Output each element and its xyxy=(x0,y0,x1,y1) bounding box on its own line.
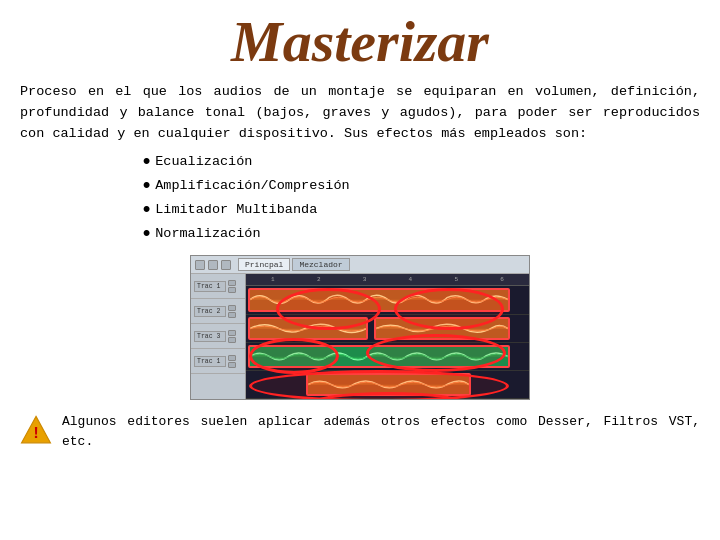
page-title: Masterizar xyxy=(20,10,700,74)
daw-ctrl-btn xyxy=(208,260,218,270)
track-mini-ctrl xyxy=(228,280,236,293)
screenshot-area: Princpal Mezclador Trac 1 Tra xyxy=(20,255,700,400)
mini-btn xyxy=(228,287,236,293)
track-label-2: Trac 2 xyxy=(191,299,245,324)
bullet-text: Normalización xyxy=(155,223,260,245)
daw-topbar: Princpal Mezclador xyxy=(191,256,529,274)
bullet-text: Limitador Multibanda xyxy=(155,199,317,221)
bullet-text: Amplificación/Compresión xyxy=(155,175,349,197)
daw-waveform-area: 1 2 3 4 5 6 xyxy=(246,274,529,399)
waveform-svg-2a xyxy=(250,319,366,338)
list-item: • Limitador Multibanda xyxy=(140,199,700,223)
list-item: • Amplificación/Compresión xyxy=(140,175,700,199)
waveform-tracks xyxy=(246,286,529,399)
bullet-text: Ecualización xyxy=(155,151,252,173)
waveform-track-3 xyxy=(246,343,529,371)
page-container: Masterizar Proceso en el que los audios … xyxy=(0,0,720,540)
daw-screenshot: Princpal Mezclador Trac 1 Tra xyxy=(190,255,530,400)
description-text: Proceso en el que los audios de un monta… xyxy=(20,82,700,145)
track-name-3: Trac 3 xyxy=(194,331,226,342)
track-label-3: Trac 3 xyxy=(191,324,245,349)
waveform-block-4 xyxy=(306,373,471,396)
warning-text: Algunos editores suelen aplicar además o… xyxy=(62,412,700,451)
mini-btn xyxy=(228,362,236,368)
mini-btn xyxy=(228,337,236,343)
list-item: • Ecualización xyxy=(140,151,700,175)
mini-btn xyxy=(228,330,236,336)
track-name-1: Trac 1 xyxy=(194,281,226,292)
waveform-svg-2b xyxy=(376,319,508,338)
daw-tab-principal: Princpal xyxy=(238,258,290,271)
daw-ctrl-btn xyxy=(221,260,231,270)
warning-icon: ! xyxy=(20,414,52,446)
mini-btn xyxy=(228,280,236,286)
waveform-svg-3 xyxy=(250,347,508,366)
track-label-1: Trac 1 xyxy=(191,274,245,299)
ruler-mark: 4 xyxy=(387,276,433,283)
track-mini-ctrl xyxy=(228,305,236,318)
svg-text:!: ! xyxy=(31,425,41,443)
bullet-dot: • xyxy=(140,223,153,247)
ruler-mark: 3 xyxy=(342,276,388,283)
warning-area: ! Algunos editores suelen aplicar además… xyxy=(20,408,700,451)
waveform-track-1 xyxy=(246,286,529,314)
waveform-svg-4 xyxy=(308,375,469,394)
ruler-mark: 1 xyxy=(250,276,296,283)
track-mini-ctrl xyxy=(228,355,236,368)
mini-btn xyxy=(228,312,236,318)
waveform-track-4 xyxy=(246,371,529,399)
mini-btn xyxy=(228,355,236,361)
daw-tabs: Princpal Mezclador xyxy=(238,258,350,271)
track-name-4: Trac 1 xyxy=(194,356,226,367)
ruler-mark: 2 xyxy=(296,276,342,283)
bullet-list: • Ecualización • Amplificación/Compresió… xyxy=(140,151,700,248)
mini-btn xyxy=(228,305,236,311)
waveform-track-2 xyxy=(246,315,529,343)
daw-ruler: 1 2 3 4 5 6 xyxy=(246,274,529,286)
bullet-dot: • xyxy=(140,151,153,175)
track-label-4: Trac 1 xyxy=(191,349,245,374)
daw-tab-mezclador: Mezclador xyxy=(292,258,349,271)
bullet-dot: • xyxy=(140,175,153,199)
daw-main: Trac 1 Trac 2 Trac 3 xyxy=(191,274,529,399)
daw-tracks-panel: Trac 1 Trac 2 Trac 3 xyxy=(191,274,246,399)
daw-ctrl-btn xyxy=(195,260,205,270)
waveform-block-2b xyxy=(374,317,510,340)
waveform-svg-1 xyxy=(250,290,508,309)
bullet-dot: • xyxy=(140,199,153,223)
ruler-mark: 6 xyxy=(479,276,525,283)
waveform-block-2a xyxy=(248,317,368,340)
ruler-mark: 5 xyxy=(433,276,479,283)
waveform-block-3 xyxy=(248,345,510,368)
waveform-block-1 xyxy=(248,288,510,311)
track-name-2: Trac 2 xyxy=(194,306,226,317)
list-item: • Normalización xyxy=(140,223,700,247)
track-mini-ctrl xyxy=(228,330,236,343)
